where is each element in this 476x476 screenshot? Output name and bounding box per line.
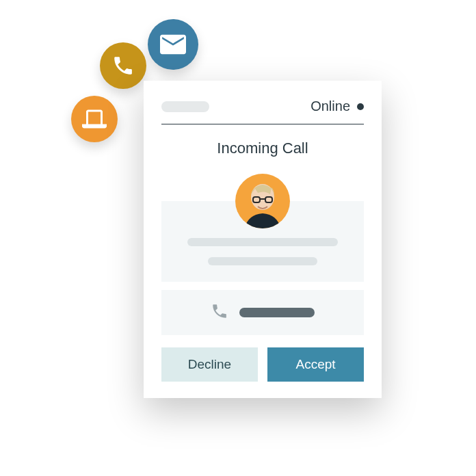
phone-icon xyxy=(100,42,146,89)
header-placeholder xyxy=(161,101,209,112)
status-label: Online xyxy=(310,98,350,114)
caller-detail-placeholder xyxy=(208,257,317,265)
mail-icon xyxy=(148,19,198,70)
status-dot-icon xyxy=(357,103,364,110)
card-header: Online xyxy=(161,98,364,114)
caller-name-placeholder xyxy=(187,238,338,246)
caller-avatar xyxy=(161,174,364,228)
accept-button[interactable]: Accept xyxy=(267,347,364,382)
status: Online xyxy=(310,98,364,114)
call-number-block xyxy=(161,290,364,335)
header-divider xyxy=(161,124,364,124)
incoming-call-card: Online Incoming Call Decline Acc xyxy=(144,81,382,398)
card-title: Incoming Call xyxy=(161,140,364,157)
decline-button[interactable]: Decline xyxy=(161,347,258,382)
phone-number-placeholder xyxy=(239,308,315,317)
avatar xyxy=(235,174,290,228)
action-buttons: Decline Accept xyxy=(161,347,364,382)
laptop-icon xyxy=(71,96,118,142)
phone-icon xyxy=(211,302,228,323)
